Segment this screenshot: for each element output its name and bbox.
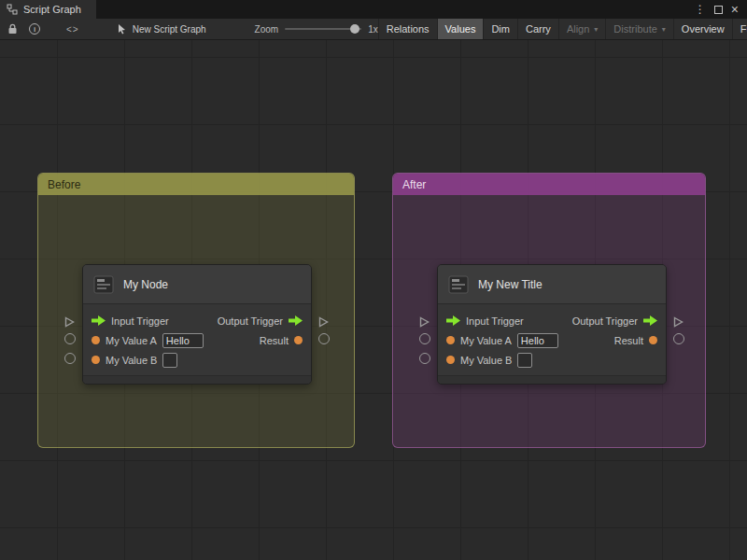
group-before-header[interactable]: Before (38, 174, 354, 195)
node-header[interactable]: My New Title (438, 265, 666, 304)
value-port-icon (92, 356, 100, 364)
maximize-icon[interactable] (714, 6, 723, 14)
value-port-icon (649, 336, 657, 344)
value-a-input[interactable] (517, 333, 558, 348)
value-a-row: My Value A Result (438, 330, 666, 350)
script-node-icon (447, 273, 470, 296)
relations-button[interactable]: Relations (378, 19, 437, 39)
result-port[interactable] (318, 333, 330, 344)
value-port-icon (446, 336, 455, 344)
node-footer (438, 375, 666, 384)
node-body-my-node[interactable]: My Node Input Trigger Output Trigger (82, 264, 312, 385)
chevron-down-icon: ▾ (594, 25, 598, 34)
group-title: After (402, 178, 426, 191)
zoom-control: Zoom 1x (255, 23, 378, 35)
values-button[interactable]: Values (437, 19, 484, 39)
value-b-port[interactable] (419, 353, 430, 364)
tab-title: Script Graph (23, 4, 81, 15)
node-footer (83, 375, 311, 384)
chevron-down-icon: ▾ (662, 25, 666, 34)
graph-name-label: New Script Graph (133, 24, 206, 35)
unity-graph-window: Script Graph ⋮ × i <> New Script Graph Z… (0, 0, 747, 560)
node-my-new-title[interactable]: My New Title Input Trigger Output Trigge… (437, 264, 667, 385)
node-title: My Node (123, 278, 168, 291)
code-view-button[interactable]: <> (66, 19, 79, 39)
value-b-input[interactable] (517, 353, 532, 368)
info-button[interactable]: i (29, 19, 40, 39)
overview-button[interactable]: Overview (673, 19, 732, 39)
value-a-input[interactable] (162, 333, 204, 348)
group-title: Before (48, 178, 80, 191)
graph-toolbar: i <> New Script Graph Zoom 1x Relations … (0, 19, 747, 40)
node-my-node[interactable]: My Node Input Trigger Output Trigger (82, 264, 312, 385)
value-b-input[interactable] (162, 353, 177, 368)
tab-bar: Script Graph ⋮ × (0, 0, 747, 19)
cursor-icon (117, 23, 127, 35)
graph-name-selector[interactable]: New Script Graph (117, 23, 206, 35)
node-body-my-new-title[interactable]: My New Title Input Trigger Output Trigge… (437, 264, 667, 385)
script-graph-icon (7, 4, 18, 15)
close-icon[interactable]: × (731, 3, 739, 16)
node-title: My New Title (478, 278, 543, 291)
flow-arrow-icon (289, 315, 303, 326)
distribute-dropdown[interactable]: Distribute▾ (605, 19, 672, 39)
script-node-icon (92, 273, 115, 296)
node-ports: Input Trigger Output Trigger My Value A (83, 304, 311, 375)
zoom-slider[interactable] (285, 23, 361, 35)
value-a-port[interactable] (419, 333, 430, 344)
value-port-icon (294, 336, 303, 344)
input-trigger-port[interactable] (419, 315, 430, 331)
zoom-value: 1x (368, 24, 378, 35)
align-dropdown[interactable]: Align▾ (558, 19, 605, 39)
input-trigger-port[interactable] (64, 315, 75, 331)
window-controls: ⋮ × (695, 0, 747, 19)
value-port-icon (92, 336, 100, 344)
flow-arrow-icon (643, 315, 657, 326)
zoom-label: Zoom (255, 24, 279, 35)
value-port-icon (446, 356, 455, 364)
result-port[interactable] (673, 333, 684, 344)
lock-button[interactable] (7, 19, 18, 39)
dim-button[interactable]: Dim (483, 19, 517, 39)
zoom-slider-handle[interactable] (350, 24, 359, 34)
graph-canvas[interactable]: Before After (0, 40, 747, 560)
output-trigger-port[interactable] (318, 315, 329, 331)
flow-arrow-icon (446, 315, 460, 326)
kebab-menu-icon[interactable]: ⋮ (695, 4, 706, 15)
group-after-header[interactable]: After (393, 174, 705, 195)
value-b-row: My Value B (83, 350, 311, 370)
value-b-port[interactable] (64, 353, 76, 364)
flow-arrow-icon (92, 315, 106, 326)
info-icon: i (29, 23, 40, 35)
value-a-port[interactable] (64, 333, 76, 344)
node-header[interactable]: My Node (83, 265, 311, 304)
value-a-row: My Value A Result (83, 330, 311, 350)
output-trigger-port[interactable] (673, 315, 684, 331)
tab-script-graph[interactable]: Script Graph (0, 0, 96, 19)
carry-button[interactable]: Carry (517, 19, 558, 39)
trigger-row: Input Trigger Output Trigger (438, 311, 666, 330)
node-ports: Input Trigger Output Trigger My Value A (438, 304, 666, 375)
trigger-row: Input Trigger Output Trigger (83, 311, 311, 330)
fullscreen-button[interactable]: Full Screen (732, 19, 747, 39)
lock-icon (7, 23, 18, 35)
toolbar-buttons: Relations Values Dim Carry Align▾ Distri… (378, 19, 747, 39)
value-b-row: My Value B (438, 350, 666, 370)
